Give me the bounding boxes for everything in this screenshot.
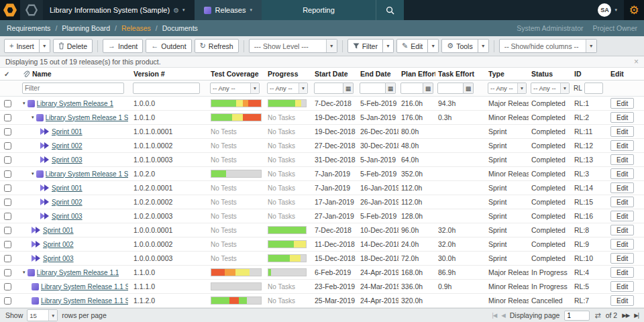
header-type[interactable]: Type <box>486 70 529 78</box>
row-checkbox[interactable] <box>4 227 11 234</box>
header-task-effort[interactable]: Task Effort <box>435 70 486 78</box>
version-filter-input[interactable] <box>133 83 200 94</box>
row-edit-button[interactable]: Edit <box>610 267 634 278</box>
release-name-link[interactable]: Library System Release 1 SP2 <box>46 170 128 178</box>
header-id[interactable]: ID <box>572 70 608 78</box>
id-filter-input[interactable] <box>584 83 603 94</box>
sync-icon[interactable]: ⇄ <box>594 311 600 320</box>
product-menu[interactable]: Library Information System (Sample) ⚙ ▾ <box>43 0 195 20</box>
sprint-name-link[interactable]: Sprint 002 <box>52 199 83 206</box>
header-start-date[interactable]: Start Date <box>312 70 358 78</box>
row-checkbox[interactable] <box>4 255 11 262</box>
sprint-name-link[interactable]: Sprint 003 <box>52 213 83 220</box>
insert-button[interactable]: +Insert <box>4 39 40 53</box>
row-edit-button[interactable]: Edit <box>610 225 634 235</box>
header-name[interactable]: Name <box>20 70 131 78</box>
sprint-name-link[interactable]: Sprint 002 <box>43 241 74 248</box>
row-checkbox[interactable] <box>4 241 11 248</box>
sprint-name-link[interactable]: Sprint 003 <box>43 255 74 262</box>
header-test-coverage[interactable]: Test Coverage <box>208 70 265 78</box>
expand-arrow-icon[interactable]: ▾ <box>32 115 34 120</box>
next-page-icon[interactable]: ▶▶ <box>622 312 629 319</box>
header-plan-effort[interactable]: Plan Effort <box>398 70 435 78</box>
show-level-select[interactable]: --- Show Level --- ▼ <box>249 39 337 53</box>
outdent-button[interactable]: ←Outdent <box>146 39 191 53</box>
header-status[interactable]: Status <box>529 70 572 78</box>
header-progress[interactable]: Progress <box>265 70 312 78</box>
coverage-filter-select[interactable]: -- Any --▼ <box>210 83 260 94</box>
row-edit-button[interactable]: Edit <box>610 140 634 151</box>
last-page-icon[interactable]: ▶| <box>634 312 639 319</box>
product-switcher-button[interactable] <box>20 0 43 20</box>
calculator-icon[interactable]: ▩ <box>423 83 433 94</box>
row-checkbox[interactable] <box>4 213 11 220</box>
row-checkbox[interactable] <box>4 297 11 305</box>
tools-button[interactable]: ⚙Tools <box>441 39 478 53</box>
release-name-link[interactable]: Library System Release 1 <box>37 100 114 107</box>
end-date-filter-input[interactable] <box>360 83 386 94</box>
row-checkbox[interactable] <box>4 100 11 107</box>
expand-arrow-icon[interactable]: ▾ <box>32 171 34 176</box>
row-edit-button[interactable]: Edit <box>610 197 634 207</box>
header-version[interactable]: Version # <box>131 70 208 78</box>
edit-button[interactable]: ✎Edit <box>396 39 428 53</box>
tab-releases[interactable]: Releases ▾ <box>195 0 262 20</box>
row-edit-button[interactable]: Edit <box>610 98 634 109</box>
page-size-select[interactable]: 15 ▼ <box>27 309 58 321</box>
release-name-link[interactable]: Library System Release 1 SP1 <box>46 114 128 121</box>
row-checkbox[interactable] <box>4 269 11 276</box>
insert-dropdown-caret[interactable]: ▼ <box>40 39 50 53</box>
app-logo[interactable] <box>0 0 20 20</box>
search-button[interactable] <box>376 0 404 20</box>
close-icon[interactable]: × <box>634 58 639 66</box>
prev-page-icon[interactable]: ◀ <box>501 312 505 319</box>
row-checkbox[interactable] <box>4 128 11 136</box>
breadcrumb-documents[interactable]: Documents <box>162 24 198 32</box>
type-filter-select[interactable]: -- Any --▼ <box>488 83 527 94</box>
breadcrumb-releases[interactable]: Releases <box>121 24 151 32</box>
row-checkbox[interactable] <box>4 114 11 121</box>
row-edit-button[interactable]: Edit <box>610 211 634 221</box>
show-hide-columns-select[interactable]: -- Show/hide columns -- ▼ <box>499 39 597 53</box>
breadcrumb-planning-board[interactable]: Planning Board <box>62 24 110 32</box>
status-filter-select[interactable]: -- Any --▼ <box>531 83 570 94</box>
header-end-date[interactable]: End Date <box>358 70 398 78</box>
calculator-icon[interactable]: ▩ <box>464 83 474 94</box>
row-edit-button[interactable]: Edit <box>610 126 634 137</box>
row-checkbox[interactable] <box>4 199 11 206</box>
row-checkbox[interactable] <box>4 184 11 192</box>
expand-arrow-icon[interactable]: ▾ <box>23 270 25 275</box>
sprint-name-link[interactable]: Sprint 001 <box>52 128 83 136</box>
row-edit-button[interactable]: Edit <box>610 295 634 306</box>
row-checkbox[interactable] <box>4 170 11 178</box>
sprint-name-link[interactable]: Sprint 001 <box>43 227 74 234</box>
row-edit-button[interactable]: Edit <box>610 182 634 193</box>
indent-button[interactable]: →Indent <box>103 39 143 53</box>
row-edit-button[interactable]: Edit <box>610 168 634 179</box>
user-menu[interactable]: SA ▾ <box>591 0 624 20</box>
row-checkbox[interactable] <box>4 142 11 150</box>
task-effort-filter-input[interactable] <box>437 83 464 94</box>
release-name-link[interactable]: Library System Release 1.1 SP2 <box>41 297 128 305</box>
tools-dropdown-caret[interactable]: ▼ <box>478 39 489 53</box>
breadcrumb-requirements[interactable]: Requirements <box>7 24 50 32</box>
first-page-icon[interactable]: |◀ <box>492 312 496 319</box>
page-number-input[interactable] <box>564 311 590 321</box>
row-checkbox[interactable] <box>4 156 11 164</box>
calendar-icon[interactable]: ▦ <box>343 83 354 94</box>
sprint-name-link[interactable]: Sprint 001 <box>52 184 83 192</box>
row-edit-button[interactable]: Edit <box>610 154 634 165</box>
row-edit-button[interactable]: Edit <box>610 239 634 250</box>
filter-button[interactable]: Filter <box>347 39 383 53</box>
row-checkbox[interactable] <box>4 283 11 290</box>
delete-button[interactable]: Delete <box>53 39 93 53</box>
release-name-link[interactable]: Library System Release 1.1 <box>37 269 119 276</box>
release-name-link[interactable]: Library System Release 1.1 SP1 <box>41 283 128 290</box>
tab-reporting[interactable]: Reporting <box>262 0 376 20</box>
edit-dropdown-caret[interactable]: ▼ <box>428 39 439 53</box>
row-edit-button[interactable]: Edit <box>610 253 634 264</box>
refresh-button[interactable]: ↻Refresh <box>195 39 239 53</box>
plan-effort-filter-input[interactable] <box>400 83 423 94</box>
calendar-icon[interactable]: ▦ <box>386 83 396 94</box>
expand-arrow-icon[interactable]: ▾ <box>23 101 25 106</box>
